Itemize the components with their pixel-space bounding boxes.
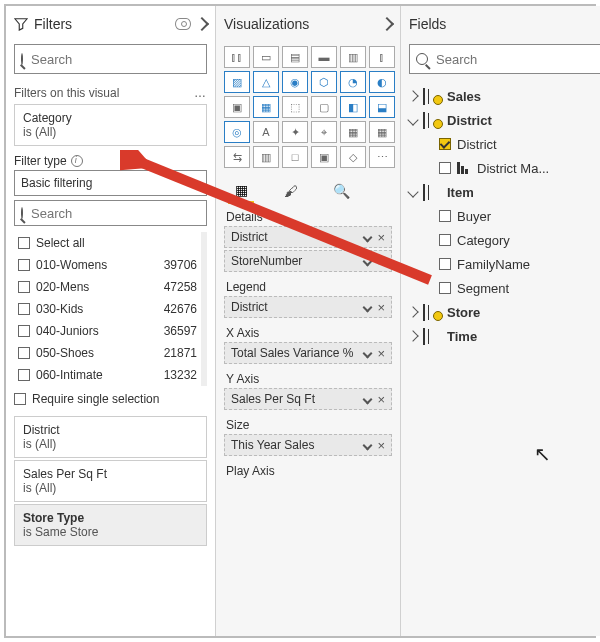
fields-search-input[interactable] [434, 51, 600, 68]
filters-search-input[interactable] [29, 51, 201, 68]
chevron-icon[interactable] [407, 306, 418, 317]
field-well[interactable]: StoreNumber× [224, 250, 392, 272]
values-search-input[interactable] [29, 205, 201, 222]
filters-search[interactable] [14, 44, 207, 74]
remove-icon[interactable]: × [377, 393, 385, 406]
collapse-filters-icon[interactable] [195, 17, 209, 31]
eye-icon[interactable] [175, 18, 191, 30]
filter-card-spsf[interactable]: Sales Per Sq Ft is (All) [14, 460, 207, 502]
chevron-down-icon[interactable] [363, 256, 373, 266]
remove-icon[interactable]: × [377, 439, 385, 452]
chevron-icon[interactable] [407, 114, 418, 125]
filter-value-row[interactable]: 010-Womens39706 [14, 254, 201, 276]
viz-type-icon[interactable]: ▥ [253, 146, 279, 168]
fields-tab[interactable]: ▦ [228, 178, 254, 204]
viz-type-icon[interactable]: ◐ [369, 71, 395, 93]
select-all-row[interactable]: Select all [14, 232, 201, 254]
viz-type-icon[interactable]: ▤ [282, 46, 308, 68]
checkbox[interactable] [439, 138, 451, 150]
viz-type-icon[interactable]: ⬚ [282, 96, 308, 118]
analytics-tab[interactable]: 🔍 [328, 178, 354, 204]
viz-type-icon[interactable]: ▢ [311, 96, 337, 118]
filter-value-row[interactable]: 040-Juniors36597 [14, 320, 201, 342]
chevron-down-icon[interactable] [363, 394, 373, 404]
viz-type-icon[interactable]: ◔ [340, 71, 366, 93]
checkbox[interactable] [18, 325, 30, 337]
field-row[interactable]: FamilyName [405, 252, 600, 276]
field-row[interactable]: Buyer [405, 204, 600, 228]
chevron-down-icon[interactable] [363, 232, 373, 242]
viz-type-icon[interactable]: ◎ [224, 121, 250, 143]
viz-type-icon[interactable]: ◇ [340, 146, 366, 168]
remove-icon[interactable]: × [377, 231, 385, 244]
scrollbar-thumb[interactable] [201, 236, 207, 286]
checkbox[interactable] [18, 237, 30, 249]
checkbox[interactable] [439, 282, 451, 294]
checkbox[interactable] [439, 258, 451, 270]
viz-type-icon[interactable]: A [253, 121, 279, 143]
table-row[interactable]: Store [405, 300, 600, 324]
checkbox[interactable] [18, 303, 30, 315]
section-menu-icon[interactable]: … [194, 86, 207, 100]
viz-type-icon[interactable]: ◧ [340, 96, 366, 118]
viz-type-icon[interactable]: ⬓ [369, 96, 395, 118]
viz-type-icon[interactable]: ⫿⫿ [224, 46, 250, 68]
viz-type-icon[interactable]: △ [253, 71, 279, 93]
chevron-icon[interactable] [407, 90, 418, 101]
chevron-down-icon[interactable] [363, 302, 373, 312]
viz-type-icon[interactable]: ▥ [340, 46, 366, 68]
chevron-icon[interactable] [407, 330, 418, 341]
checkbox[interactable] [18, 369, 30, 381]
viz-type-icon[interactable]: ▦ [253, 96, 279, 118]
chevron-icon[interactable] [407, 186, 418, 197]
checkbox[interactable] [439, 210, 451, 222]
field-row[interactable]: District [405, 132, 600, 156]
remove-icon[interactable]: × [377, 301, 385, 314]
filter-value-row[interactable]: 060-Intimate13232 [14, 364, 201, 386]
viz-type-icon[interactable]: ▣ [224, 96, 250, 118]
field-row[interactable]: District Ma... [405, 156, 600, 180]
viz-type-icon[interactable]: ▭ [253, 46, 279, 68]
viz-type-icon[interactable]: ⌖ [311, 121, 337, 143]
checkbox[interactable] [18, 347, 30, 359]
viz-type-icon[interactable]: □ [282, 146, 308, 168]
viz-type-icon[interactable]: ⋯ [369, 146, 395, 168]
table-row[interactable]: District [405, 108, 600, 132]
field-row[interactable]: Segment [405, 276, 600, 300]
filter-value-row[interactable]: 030-Kids42676 [14, 298, 201, 320]
filter-card-storetype[interactable]: Store Type is Same Store [14, 504, 207, 546]
viz-type-icon[interactable]: ⬡ [311, 71, 337, 93]
checkbox[interactable] [14, 393, 26, 405]
viz-type-icon[interactable]: ▨ [224, 71, 250, 93]
viz-type-icon[interactable]: ▣ [311, 146, 337, 168]
remove-icon[interactable]: × [377, 347, 385, 360]
viz-type-icon[interactable]: ▬ [311, 46, 337, 68]
chevron-down-icon[interactable] [363, 440, 373, 450]
require-single-row[interactable]: Require single selection [14, 392, 207, 406]
field-well[interactable]: Sales Per Sq Ft× [224, 388, 392, 410]
table-row[interactable]: Time [405, 324, 600, 348]
filter-card-category[interactable]: Category is (All) [14, 104, 207, 146]
table-row[interactable]: Item [405, 180, 600, 204]
viz-type-icon[interactable]: ⫿ [369, 46, 395, 68]
values-search[interactable] [14, 200, 207, 226]
fields-search[interactable] [409, 44, 600, 74]
field-well[interactable]: Total Sales Variance %× [224, 342, 392, 364]
checkbox[interactable] [18, 259, 30, 271]
collapse-viz-icon[interactable] [380, 17, 394, 31]
remove-icon[interactable]: × [377, 255, 385, 268]
format-tab[interactable]: 🖌 [278, 178, 304, 204]
filter-type-dropdown[interactable]: Basic filtering [14, 170, 207, 196]
viz-type-icon[interactable]: ◉ [282, 71, 308, 93]
field-well[interactable]: District× [224, 296, 392, 318]
viz-type-icon[interactable]: ⇆ [224, 146, 250, 168]
viz-type-icon[interactable]: ▦ [340, 121, 366, 143]
filter-value-row[interactable]: 050-Shoes21871 [14, 342, 201, 364]
viz-type-icon[interactable]: ✦ [282, 121, 308, 143]
table-row[interactable]: Sales [405, 84, 600, 108]
filter-card-district[interactable]: District is (All) [14, 416, 207, 458]
field-well[interactable]: This Year Sales× [224, 434, 392, 456]
chevron-down-icon[interactable] [363, 348, 373, 358]
field-row[interactable]: Category [405, 228, 600, 252]
field-well[interactable]: District× [224, 226, 392, 248]
